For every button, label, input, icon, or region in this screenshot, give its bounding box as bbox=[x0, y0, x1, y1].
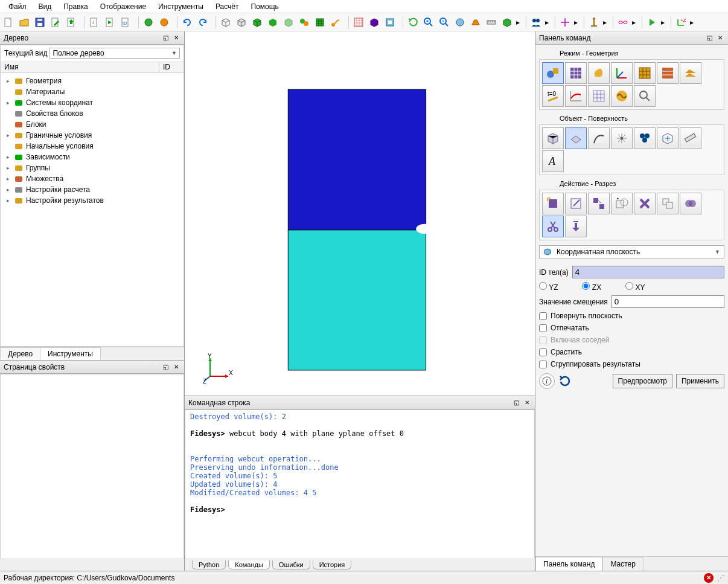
act-copy-icon[interactable] bbox=[657, 193, 679, 214]
chk-group[interactable]: Сгруппировать результаты bbox=[539, 360, 724, 368]
obj-vertex-icon[interactable] bbox=[611, 127, 633, 149]
menu-help[interactable]: Помощь bbox=[244, 1, 284, 11]
dock-icon[interactable]: ◱ bbox=[161, 34, 170, 42]
mode-graph-icon[interactable] bbox=[565, 85, 587, 107]
dock-icon[interactable]: ◱ bbox=[705, 34, 714, 42]
obj-curve-icon[interactable] bbox=[588, 127, 610, 149]
tree-item[interactable]: ▸Настройки результатов bbox=[2, 195, 182, 206]
obj-transform-icon[interactable] bbox=[657, 127, 679, 149]
act-transform-icon[interactable] bbox=[588, 193, 610, 214]
reset-button[interactable] bbox=[558, 374, 572, 388]
chk-rotate[interactable]: Повернуть плоскость bbox=[539, 312, 724, 320]
transparent-icon[interactable] bbox=[281, 15, 296, 30]
open-file-icon[interactable] bbox=[17, 15, 31, 30]
sphere-orange-icon[interactable] bbox=[157, 15, 171, 30]
act-create-icon[interactable] bbox=[542, 193, 564, 214]
close-icon[interactable]: ✕ bbox=[172, 34, 180, 42]
sphere-green-icon[interactable] bbox=[141, 15, 156, 30]
rotate-left-icon[interactable] bbox=[180, 15, 194, 30]
tree-item[interactable]: Материалы bbox=[2, 86, 182, 97]
crosshair-icon[interactable] bbox=[558, 15, 572, 30]
tree-item[interactable]: ▸Настройки расчета bbox=[2, 184, 182, 195]
perspective-icon[interactable] bbox=[468, 15, 483, 30]
resize-grip-icon[interactable]: ⋰ bbox=[717, 574, 724, 582]
act-delete-icon[interactable] bbox=[634, 193, 656, 214]
menu-calc[interactable]: Расчёт bbox=[209, 1, 245, 11]
mode-mesh-icon[interactable] bbox=[565, 62, 587, 84]
zoom-out-icon[interactable] bbox=[437, 15, 452, 30]
viewport-3d[interactable]: X Y Z bbox=[185, 31, 535, 396]
section-icon[interactable] bbox=[383, 15, 397, 30]
act-bool-icon[interactable]: ✦ bbox=[611, 193, 633, 214]
cp-plane-select[interactable]: Координатная плоскость ▼ bbox=[539, 245, 724, 258]
new-file-icon[interactable] bbox=[1, 15, 16, 30]
preview-button[interactable]: Предпросмотр bbox=[613, 374, 672, 388]
menu-view[interactable]: Вид bbox=[33, 1, 58, 11]
fit-view-icon[interactable] bbox=[453, 15, 467, 30]
rotate-right-icon[interactable] bbox=[196, 15, 210, 30]
right-tab-commands[interactable]: Панель команд bbox=[535, 557, 602, 571]
close-icon[interactable]: ✕ bbox=[523, 399, 531, 407]
cmd-output[interactable]: Destroyed volume(s): 2 Fidesys> webcut b… bbox=[185, 409, 535, 559]
tree-item[interactable]: Начальные условия bbox=[2, 141, 182, 152]
obj-measure-icon[interactable] bbox=[680, 127, 701, 149]
chevron-right-icon[interactable]: ▸ bbox=[602, 15, 607, 30]
act-modify-icon[interactable] bbox=[565, 193, 587, 214]
cmd-tab-commands[interactable]: Команды bbox=[228, 560, 270, 570]
shaded-icon[interactable] bbox=[250, 15, 264, 30]
people-icon[interactable] bbox=[529, 15, 543, 30]
tree-item[interactable]: ▸Зависимости bbox=[2, 152, 182, 162]
obj-text-icon[interactable]: A bbox=[542, 150, 564, 172]
mode-bc-icon[interactable] bbox=[657, 62, 679, 84]
chevron-right-icon[interactable]: ▸ bbox=[631, 15, 636, 30]
cmd-tab-python[interactable]: Python bbox=[192, 560, 226, 570]
tree-item[interactable]: Блоки bbox=[2, 119, 182, 130]
hidden-line-icon[interactable] bbox=[234, 15, 249, 30]
link-icon[interactable] bbox=[616, 15, 630, 30]
menu-edit[interactable]: Правка bbox=[57, 1, 94, 11]
axis-z-icon[interactable]: +Z bbox=[674, 15, 688, 30]
play-icon[interactable] bbox=[645, 15, 659, 30]
chevron-right-icon[interactable]: ▸ bbox=[544, 15, 549, 30]
tab-instruments[interactable]: Инструменты bbox=[40, 347, 101, 360]
chk-merge[interactable]: Срастить bbox=[539, 348, 724, 356]
mode-material-icon[interactable] bbox=[588, 62, 610, 84]
tree-item[interactable]: Свойства блоков bbox=[2, 108, 182, 119]
tab-tree[interactable]: Дерево bbox=[0, 347, 40, 360]
chevron-right-icon[interactable]: ▸ bbox=[573, 15, 578, 30]
menu-file[interactable]: Файл bbox=[2, 1, 33, 11]
chevron-right-icon[interactable]: ▸ bbox=[660, 15, 665, 30]
close-icon[interactable]: ✕ bbox=[172, 363, 180, 371]
run-script-icon[interactable] bbox=[103, 15, 117, 30]
green-cube-icon[interactable] bbox=[500, 15, 514, 30]
save-icon[interactable] bbox=[33, 15, 47, 30]
obj-surface-icon[interactable] bbox=[565, 127, 587, 149]
mode-time-icon[interactable]: t=0 bbox=[542, 85, 564, 107]
anchor-icon[interactable] bbox=[587, 15, 601, 30]
mode-ic-icon[interactable] bbox=[680, 62, 701, 84]
apply-button[interactable]: Применить bbox=[676, 374, 724, 388]
solid-cube-icon[interactable] bbox=[367, 15, 382, 30]
mode-wave-icon[interactable] bbox=[611, 85, 633, 107]
zoom-in-icon[interactable] bbox=[421, 15, 436, 30]
mode-search-icon[interactable] bbox=[634, 85, 656, 107]
mode-blocks-icon[interactable] bbox=[634, 62, 656, 84]
chevron-right-icon[interactable]: ▸ bbox=[516, 15, 520, 30]
menu-tools[interactable]: Инструменты bbox=[152, 1, 209, 11]
tree-view-select[interactable]: Полное дерево▼ bbox=[49, 48, 180, 59]
id-input[interactable] bbox=[572, 266, 724, 278]
right-tab-wizard[interactable]: Мастер bbox=[602, 557, 643, 571]
shaded2-icon[interactable] bbox=[266, 15, 280, 30]
mesh-icon[interactable] bbox=[313, 15, 327, 30]
cmd-tab-history[interactable]: История bbox=[313, 560, 352, 570]
tree-item[interactable]: ▸Множества bbox=[2, 173, 182, 184]
spline-icon[interactable] bbox=[328, 15, 343, 30]
obj-volume-icon[interactable] bbox=[542, 127, 564, 149]
dock-icon[interactable]: ◱ bbox=[161, 363, 170, 371]
tree-item[interactable]: ▸Граничные условия bbox=[2, 130, 182, 141]
act-extrude-icon[interactable] bbox=[565, 216, 587, 237]
error-indicator-icon[interactable]: ✕ bbox=[704, 573, 714, 583]
mode-table-icon[interactable] bbox=[588, 85, 610, 107]
info-button[interactable]: i bbox=[539, 373, 555, 389]
script-icon[interactable]: J bbox=[87, 15, 101, 30]
